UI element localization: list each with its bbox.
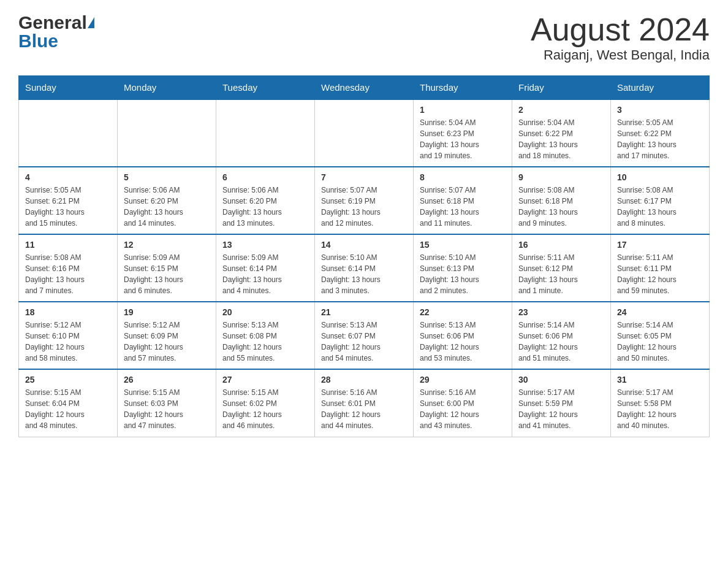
calendar-cell: 30Sunrise: 5:17 AM Sunset: 5:59 PM Dayli… xyxy=(512,369,611,437)
day-number: 13 xyxy=(222,240,308,250)
calendar-header-saturday: Saturday xyxy=(611,76,710,100)
calendar-week-row: 11Sunrise: 5:08 AM Sunset: 6:16 PM Dayli… xyxy=(19,234,710,302)
calendar-week-row: 18Sunrise: 5:12 AM Sunset: 6:10 PM Dayli… xyxy=(19,302,710,369)
calendar-cell: 4Sunrise: 5:05 AM Sunset: 6:21 PM Daylig… xyxy=(19,167,118,234)
calendar-cell: 6Sunrise: 5:06 AM Sunset: 6:20 PM Daylig… xyxy=(216,167,315,234)
calendar-cell: 13Sunrise: 5:09 AM Sunset: 6:14 PM Dayli… xyxy=(216,234,315,302)
day-info: Sunrise: 5:14 AM Sunset: 6:05 PM Dayligh… xyxy=(617,320,703,364)
day-number: 22 xyxy=(420,307,506,317)
calendar-cell: 20Sunrise: 5:13 AM Sunset: 6:08 PM Dayli… xyxy=(216,302,315,369)
day-info: Sunrise: 5:08 AM Sunset: 6:16 PM Dayligh… xyxy=(25,252,111,296)
day-info: Sunrise: 5:10 AM Sunset: 6:14 PM Dayligh… xyxy=(321,252,407,296)
day-info: Sunrise: 5:10 AM Sunset: 6:13 PM Dayligh… xyxy=(420,252,506,296)
day-number: 17 xyxy=(617,240,703,250)
day-number: 23 xyxy=(518,307,604,317)
calendar-cell: 21Sunrise: 5:13 AM Sunset: 6:07 PM Dayli… xyxy=(315,302,414,369)
day-number: 21 xyxy=(321,307,407,317)
calendar-cell: 7Sunrise: 5:07 AM Sunset: 6:19 PM Daylig… xyxy=(315,167,414,234)
day-info: Sunrise: 5:17 AM Sunset: 5:59 PM Dayligh… xyxy=(518,387,604,431)
day-number: 11 xyxy=(25,240,111,250)
day-info: Sunrise: 5:13 AM Sunset: 6:07 PM Dayligh… xyxy=(321,320,407,364)
day-number: 10 xyxy=(617,172,703,182)
day-number: 8 xyxy=(420,172,506,182)
day-number: 4 xyxy=(25,172,111,182)
calendar-cell: 10Sunrise: 5:08 AM Sunset: 6:17 PM Dayli… xyxy=(611,167,710,234)
day-info: Sunrise: 5:09 AM Sunset: 6:15 PM Dayligh… xyxy=(124,252,210,296)
day-number: 6 xyxy=(222,172,308,182)
calendar-week-row: 25Sunrise: 5:15 AM Sunset: 6:04 PM Dayli… xyxy=(19,369,710,437)
day-number: 20 xyxy=(222,307,308,317)
day-info: Sunrise: 5:12 AM Sunset: 6:10 PM Dayligh… xyxy=(25,320,111,364)
calendar-cell: 25Sunrise: 5:15 AM Sunset: 6:04 PM Dayli… xyxy=(19,369,118,437)
calendar-header-row: SundayMondayTuesdayWednesdayThursdayFrid… xyxy=(19,76,710,100)
day-info: Sunrise: 5:14 AM Sunset: 6:06 PM Dayligh… xyxy=(518,320,604,364)
calendar-header-thursday: Thursday xyxy=(414,76,512,100)
day-info: Sunrise: 5:08 AM Sunset: 6:17 PM Dayligh… xyxy=(617,185,703,229)
day-info: Sunrise: 5:15 AM Sunset: 6:02 PM Dayligh… xyxy=(222,387,308,431)
day-info: Sunrise: 5:05 AM Sunset: 6:21 PM Dayligh… xyxy=(25,185,111,229)
calendar-cell: 18Sunrise: 5:12 AM Sunset: 6:10 PM Dayli… xyxy=(19,302,118,369)
calendar-cell: 1Sunrise: 5:04 AM Sunset: 6:23 PM Daylig… xyxy=(414,99,512,167)
day-info: Sunrise: 5:07 AM Sunset: 6:18 PM Dayligh… xyxy=(420,185,506,229)
calendar-header-tuesday: Tuesday xyxy=(216,76,315,100)
calendar-header-monday: Monday xyxy=(118,76,216,100)
calendar-cell: 23Sunrise: 5:14 AM Sunset: 6:06 PM Dayli… xyxy=(512,302,611,369)
day-number: 25 xyxy=(25,375,111,385)
logo: General Blue xyxy=(18,12,94,52)
day-info: Sunrise: 5:15 AM Sunset: 6:04 PM Dayligh… xyxy=(25,387,111,431)
day-info: Sunrise: 5:11 AM Sunset: 6:11 PM Dayligh… xyxy=(617,252,703,296)
day-number: 14 xyxy=(321,240,407,250)
calendar-cell: 16Sunrise: 5:11 AM Sunset: 6:12 PM Dayli… xyxy=(512,234,611,302)
calendar-week-row: 4Sunrise: 5:05 AM Sunset: 6:21 PM Daylig… xyxy=(19,167,710,234)
day-info: Sunrise: 5:17 AM Sunset: 5:58 PM Dayligh… xyxy=(617,387,703,431)
month-title: August 2024 xyxy=(531,12,710,47)
day-number: 1 xyxy=(420,105,506,115)
day-info: Sunrise: 5:04 AM Sunset: 6:22 PM Dayligh… xyxy=(518,117,604,161)
calendar-cell: 2Sunrise: 5:04 AM Sunset: 6:22 PM Daylig… xyxy=(512,99,611,167)
calendar-cell xyxy=(19,99,118,167)
day-number: 26 xyxy=(124,375,210,385)
logo-triangle-icon xyxy=(88,17,94,28)
calendar-cell xyxy=(315,99,414,167)
calendar-cell: 8Sunrise: 5:07 AM Sunset: 6:18 PM Daylig… xyxy=(414,167,512,234)
day-info: Sunrise: 5:06 AM Sunset: 6:20 PM Dayligh… xyxy=(222,185,308,229)
calendar-cell: 5Sunrise: 5:06 AM Sunset: 6:20 PM Daylig… xyxy=(118,167,216,234)
calendar-cell: 31Sunrise: 5:17 AM Sunset: 5:58 PM Dayli… xyxy=(611,369,710,437)
day-info: Sunrise: 5:16 AM Sunset: 6:00 PM Dayligh… xyxy=(420,387,506,431)
day-info: Sunrise: 5:13 AM Sunset: 6:06 PM Dayligh… xyxy=(420,320,506,364)
day-info: Sunrise: 5:05 AM Sunset: 6:22 PM Dayligh… xyxy=(617,117,703,161)
calendar-cell xyxy=(118,99,216,167)
day-number: 31 xyxy=(617,375,703,385)
day-number: 27 xyxy=(222,375,308,385)
calendar-cell: 28Sunrise: 5:16 AM Sunset: 6:01 PM Dayli… xyxy=(315,369,414,437)
calendar-cell: 24Sunrise: 5:14 AM Sunset: 6:05 PM Dayli… xyxy=(611,302,710,369)
day-info: Sunrise: 5:15 AM Sunset: 6:03 PM Dayligh… xyxy=(124,387,210,431)
day-number: 9 xyxy=(518,172,604,182)
day-number: 12 xyxy=(124,240,210,250)
calendar-cell: 11Sunrise: 5:08 AM Sunset: 6:16 PM Dayli… xyxy=(19,234,118,302)
location-title: Raiganj, West Bengal, India xyxy=(531,47,710,63)
calendar-cell: 29Sunrise: 5:16 AM Sunset: 6:00 PM Dayli… xyxy=(414,369,512,437)
day-number: 16 xyxy=(518,240,604,250)
calendar-cell: 3Sunrise: 5:05 AM Sunset: 6:22 PM Daylig… xyxy=(611,99,710,167)
day-info: Sunrise: 5:08 AM Sunset: 6:18 PM Dayligh… xyxy=(518,185,604,229)
day-info: Sunrise: 5:09 AM Sunset: 6:14 PM Dayligh… xyxy=(222,252,308,296)
calendar-cell: 15Sunrise: 5:10 AM Sunset: 6:13 PM Dayli… xyxy=(414,234,512,302)
calendar-header-sunday: Sunday xyxy=(19,76,118,100)
calendar-cell: 14Sunrise: 5:10 AM Sunset: 6:14 PM Dayli… xyxy=(315,234,414,302)
calendar-cell: 26Sunrise: 5:15 AM Sunset: 6:03 PM Dayli… xyxy=(118,369,216,437)
logo-blue-text: Blue xyxy=(18,31,94,52)
calendar-week-row: 1Sunrise: 5:04 AM Sunset: 6:23 PM Daylig… xyxy=(19,99,710,167)
day-number: 30 xyxy=(518,375,604,385)
day-number: 28 xyxy=(321,375,407,385)
calendar-cell: 19Sunrise: 5:12 AM Sunset: 6:09 PM Dayli… xyxy=(118,302,216,369)
day-number: 3 xyxy=(617,105,703,115)
day-info: Sunrise: 5:13 AM Sunset: 6:08 PM Dayligh… xyxy=(222,320,308,364)
day-info: Sunrise: 5:12 AM Sunset: 6:09 PM Dayligh… xyxy=(124,320,210,364)
title-section: August 2024 Raiganj, West Bengal, India xyxy=(531,12,710,63)
day-info: Sunrise: 5:11 AM Sunset: 6:12 PM Dayligh… xyxy=(518,252,604,296)
page-header: General Blue August 2024 Raiganj, West B… xyxy=(18,12,710,63)
calendar-header-friday: Friday xyxy=(512,76,611,100)
day-info: Sunrise: 5:07 AM Sunset: 6:19 PM Dayligh… xyxy=(321,185,407,229)
logo-general-text: General xyxy=(18,12,87,33)
